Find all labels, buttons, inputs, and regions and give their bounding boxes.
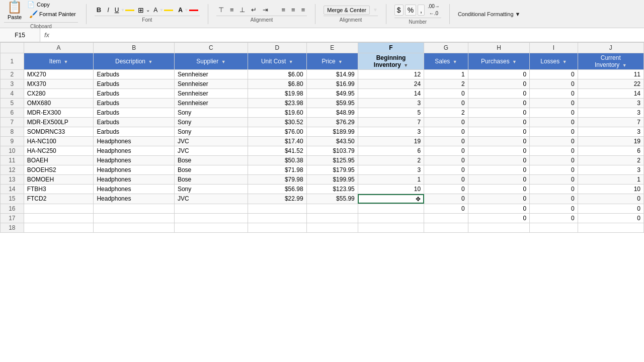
supplier-cell-2[interactable]: Sennheiser (174, 70, 248, 79)
col-H-header[interactable]: H (468, 43, 530, 53)
beg-inv-cell-12[interactable]: 3 (358, 165, 424, 175)
description-cell-18[interactable] (94, 223, 175, 232)
purchases-cell-6[interactable]: 0 (468, 108, 530, 118)
description-cell-10[interactable]: Headphones (94, 146, 175, 156)
curr-inv-cell-13[interactable]: 1 (578, 175, 643, 185)
sales-cell-18[interactable] (424, 223, 468, 232)
unit-cost-cell-10[interactable]: $41.52 (248, 146, 306, 156)
font-color-arrow[interactable]: ▼ (184, 8, 189, 13)
font-border-icon[interactable]: ⊞ (138, 6, 144, 14)
curr-inv-cell-10[interactable]: 6 (578, 146, 643, 156)
price-cell-16[interactable] (306, 204, 358, 213)
losses-cell-8[interactable]: 0 (530, 127, 578, 137)
sales-filter[interactable]: ▼ (453, 59, 457, 64)
col-E-header[interactable]: E (306, 43, 358, 53)
losses-cell-2[interactable]: 0 (530, 70, 578, 79)
sales-cell-9[interactable]: 0 (424, 137, 468, 146)
item-cell-9[interactable]: HA-NC100 (24, 137, 94, 146)
description-cell-11[interactable]: Headphones (94, 156, 175, 165)
conditional-button[interactable]: Conditional Formatting ▼ (458, 11, 521, 17)
col-D-header[interactable]: D (248, 43, 306, 53)
unit-cost-cell-5[interactable]: $23.98 (248, 99, 306, 108)
losses-cell-9[interactable]: 0 (530, 137, 578, 146)
description-cell-5[interactable]: Earbuds (94, 99, 175, 108)
losses-cell-15[interactable]: 0 (530, 194, 578, 204)
description-cell-3[interactable]: Earbuds (94, 79, 175, 89)
curr-inv-cell-5[interactable]: 3 (578, 99, 643, 108)
curr-inv-cell-12[interactable]: 3 (578, 165, 643, 175)
unit-cost-cell-14[interactable]: $56.98 (248, 185, 306, 194)
wrap-text-button[interactable]: ↵ (249, 5, 259, 15)
price-cell-11[interactable]: $125.95 (306, 156, 358, 165)
price-cell-12[interactable]: $179.95 (306, 165, 358, 175)
curr-inv-cell-3[interactable]: 22 (578, 79, 643, 89)
item-cell-12[interactable]: BOOEHS2 (24, 165, 94, 175)
price-cell-8[interactable]: $189.99 (306, 127, 358, 137)
supplier-cell-16[interactable] (174, 204, 248, 213)
description-filter[interactable]: ▼ (148, 59, 152, 64)
sales-cell-6[interactable]: 2 (424, 108, 468, 118)
description-cell-8[interactable]: Earbuds (94, 127, 175, 137)
purchases-cell-10[interactable]: 0 (468, 146, 530, 156)
sales-cell-12[interactable]: 0 (424, 165, 468, 175)
supplier-cell-3[interactable]: Sennheiser (174, 79, 248, 89)
price-cell-17[interactable] (306, 213, 358, 223)
unit-cost-cell-3[interactable]: $6.80 (248, 79, 306, 89)
col-B-header[interactable]: B (94, 43, 175, 53)
purchases-cell-17[interactable]: 0 (468, 213, 530, 223)
item-cell-5[interactable]: OMX680 (24, 99, 94, 108)
price-cell-6[interactable]: $48.99 (306, 108, 358, 118)
supplier-cell-8[interactable]: Sony (174, 127, 248, 137)
supplier-cell-9[interactable]: JVC (174, 137, 248, 146)
price-cell-14[interactable]: $123.95 (306, 185, 358, 194)
losses-cell-16[interactable]: 0 (530, 204, 578, 213)
item-cell-3[interactable]: MX370 (24, 79, 94, 89)
supplier-cell-10[interactable]: JVC (174, 146, 248, 156)
supplier-cell-11[interactable]: Bose (174, 156, 248, 165)
supplier-cell-14[interactable]: Sony (174, 185, 248, 194)
dollar-button[interactable]: $ (394, 5, 404, 16)
decrease-decimal-button[interactable]: ←.0 (426, 10, 441, 17)
purchases-cell-9[interactable]: 0 (468, 137, 530, 146)
sales-cell-17[interactable] (424, 213, 468, 223)
curr-inv-cell-6[interactable]: 3 (578, 108, 643, 118)
curr-inv-cell-17[interactable]: 0 (578, 213, 643, 223)
align-bottom-button[interactable]: ⊥ (237, 5, 247, 15)
align-right-button[interactable]: ≡ (299, 5, 307, 15)
purchases-cell-15[interactable]: 0 (468, 194, 530, 204)
unit-cost-cell-13[interactable]: $79.98 (248, 175, 306, 185)
indent-button[interactable]: ⇥ (261, 5, 270, 15)
purchases-cell-2[interactable]: 0 (468, 70, 530, 79)
beg-inv-cell-3[interactable]: 24 (358, 79, 424, 89)
purchases-cell-7[interactable]: 0 (468, 118, 530, 127)
description-cell-9[interactable]: Headphones (94, 137, 175, 146)
item-cell-2[interactable]: MX270 (24, 70, 94, 79)
purchases-cell-11[interactable]: 0 (468, 156, 530, 165)
beg-inv-cell-11[interactable]: 2 (358, 156, 424, 165)
supplier-cell-5[interactable]: Sennheiser (174, 99, 248, 108)
curr-inv-cell-11[interactable]: 2 (578, 156, 643, 165)
unit-cost-cell-11[interactable]: $50.38 (248, 156, 306, 165)
losses-cell-7[interactable]: 0 (530, 118, 578, 127)
col-F-header[interactable]: F (358, 43, 424, 53)
beg-inv-cell-6[interactable]: 5 (358, 108, 424, 118)
supplier-cell-15[interactable]: JVC (174, 194, 248, 204)
beg-inv-cell-4[interactable]: 14 (358, 89, 424, 99)
beg-inv-cell-2[interactable]: 12 (358, 70, 424, 79)
purchases-cell-13[interactable]: 0 (468, 175, 530, 185)
purchases-cell-18[interactable] (468, 223, 530, 232)
comma-button[interactable]: , (418, 5, 425, 16)
sales-cell-8[interactable]: 0 (424, 127, 468, 137)
beg-inv-cell-18[interactable] (358, 223, 424, 232)
font-expand[interactable]: ⌄ (146, 7, 150, 13)
beg-inv-cell-15[interactable]: ✥ (358, 194, 424, 204)
item-cell-14[interactable]: FTBH3 (24, 185, 94, 194)
supplier-cell-6[interactable]: Sony (174, 108, 248, 118)
unit-cost-cell-6[interactable]: $19.60 (248, 108, 306, 118)
sales-cell-2[interactable]: 1 (424, 70, 468, 79)
curr-inv-filter[interactable]: ▼ (622, 63, 627, 68)
supplier-filter[interactable]: ▼ (221, 59, 226, 64)
col-I-header[interactable]: I (530, 43, 578, 53)
item-cell-18[interactable] (24, 223, 94, 232)
beg-inv-cell-8[interactable]: 3 (358, 127, 424, 137)
